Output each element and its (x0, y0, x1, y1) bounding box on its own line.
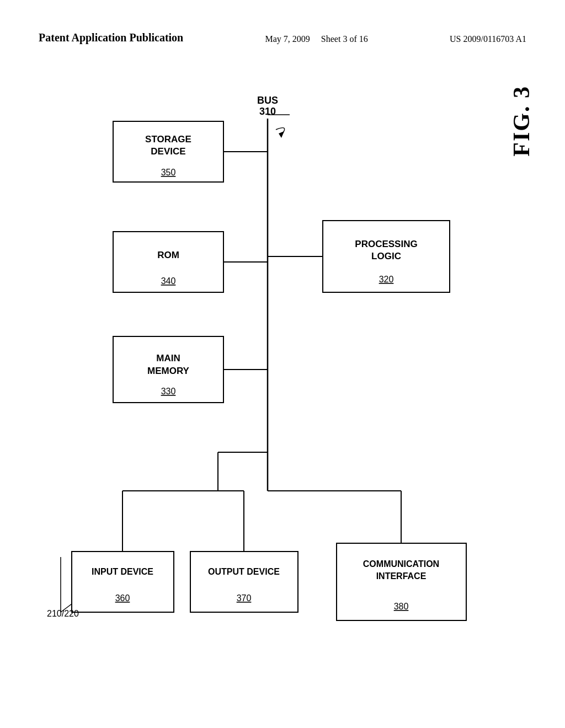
input-device-box (72, 552, 174, 612)
processing-number: 320 (379, 275, 394, 284)
sheet-label: Sheet 3 of 16 (321, 34, 368, 44)
bus-label: BUS (257, 95, 278, 106)
output-label: OUTPUT DEVICE (208, 567, 280, 576)
page-header: Patent Application Publication May 7, 20… (0, 0, 565, 46)
output-number: 370 (237, 593, 252, 603)
processing-label: PROCESSING (355, 239, 417, 249)
header-center: May 7, 2009 Sheet 3 of 16 (265, 30, 368, 46)
comm-label2: INTERFACE (376, 571, 427, 581)
comm-label: COMMUNICATION (363, 559, 439, 569)
publication-label: Patent Application Publication (39, 30, 183, 45)
rom-number: 340 (161, 276, 176, 286)
comm-number: 380 (394, 602, 409, 611)
main-memory-label: MAIN (156, 353, 180, 363)
patent-diagram: BUS 310 STORAGE DEVICE 350 ROM 340 MAIN … (28, 72, 508, 678)
patent-number: US 2009/0116703 A1 (450, 30, 526, 46)
date-label: May 7, 2009 (265, 34, 310, 44)
rom-label: ROM (157, 250, 179, 260)
svg-marker-2 (279, 131, 284, 138)
figure-label: FIG. 3 (508, 85, 535, 157)
storage-label: STORAGE (145, 134, 191, 144)
storage-label2: DEVICE (151, 146, 185, 157)
main-memory-label2: MEMORY (147, 366, 190, 376)
storage-number: 350 (161, 168, 176, 177)
bus-number: 310 (259, 106, 276, 117)
output-device-box (190, 552, 298, 612)
input-number: 360 (115, 593, 130, 603)
processing-label2: LOGIC (371, 251, 401, 261)
input-label: INPUT DEVICE (92, 567, 153, 576)
main-memory-number: 330 (161, 387, 176, 396)
